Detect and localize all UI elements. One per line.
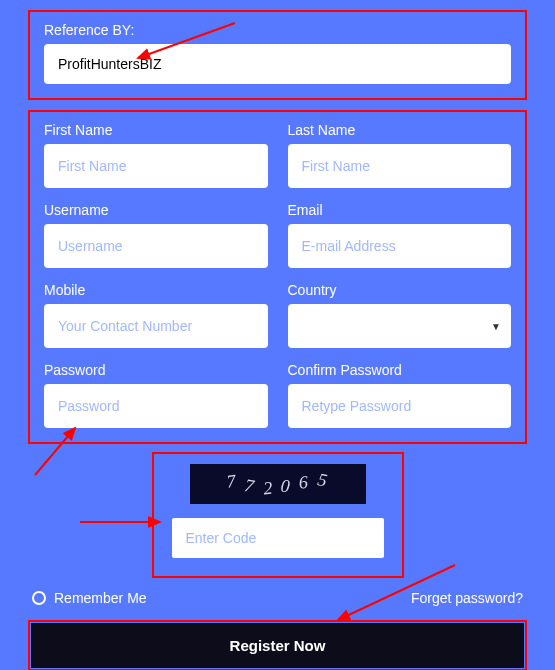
fields-section: First Name Last Name Username Email Mobi… [28,110,527,444]
reference-label: Reference BY: [44,22,511,38]
password-label: Password [44,362,268,378]
register-button[interactable]: Register Now [31,623,524,668]
country-select[interactable] [288,304,512,348]
reference-section: Reference BY: [28,10,527,100]
reference-input[interactable] [44,44,511,84]
radio-icon[interactable] [32,591,46,605]
email-input[interactable] [288,224,512,268]
username-input[interactable] [44,224,268,268]
username-label: Username [44,202,268,218]
forget-password-link[interactable]: Forget password? [411,590,523,606]
email-label: Email [288,202,512,218]
register-section: Register Now [28,620,527,670]
remember-me[interactable]: Remember Me [32,590,147,606]
last-name-label: Last Name [288,122,512,138]
bottom-row: Remember Me Forget password? [32,590,523,606]
remember-label: Remember Me [54,590,147,606]
mobile-input[interactable] [44,304,268,348]
mobile-label: Mobile [44,282,268,298]
country-label: Country [288,282,512,298]
confirm-password-label: Confirm Password [288,362,512,378]
first-name-label: First Name [44,122,268,138]
captcha-input[interactable] [172,518,384,558]
last-name-input[interactable] [288,144,512,188]
confirm-password-input[interactable] [288,384,512,428]
password-input[interactable] [44,384,268,428]
first-name-input[interactable] [44,144,268,188]
captcha-section: 772065 [152,452,404,578]
captcha-image: 772065 [190,464,366,504]
